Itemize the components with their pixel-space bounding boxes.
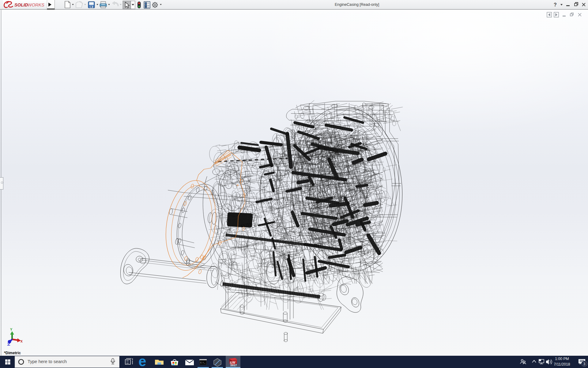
svg-text:2017: 2017 (230, 363, 237, 367)
svg-text:Y: Y (10, 328, 13, 331)
svg-text:3: 3 (583, 362, 586, 366)
svg-text:SOLID: SOLID (14, 2, 28, 7)
svg-text:X: X (21, 340, 23, 343)
svg-text:C:\_: C:\_ (200, 362, 206, 364)
svg-text:?: ? (554, 2, 557, 7)
svg-text:e: e (138, 356, 146, 368)
svg-text:WORKS: WORKS (28, 2, 44, 7)
